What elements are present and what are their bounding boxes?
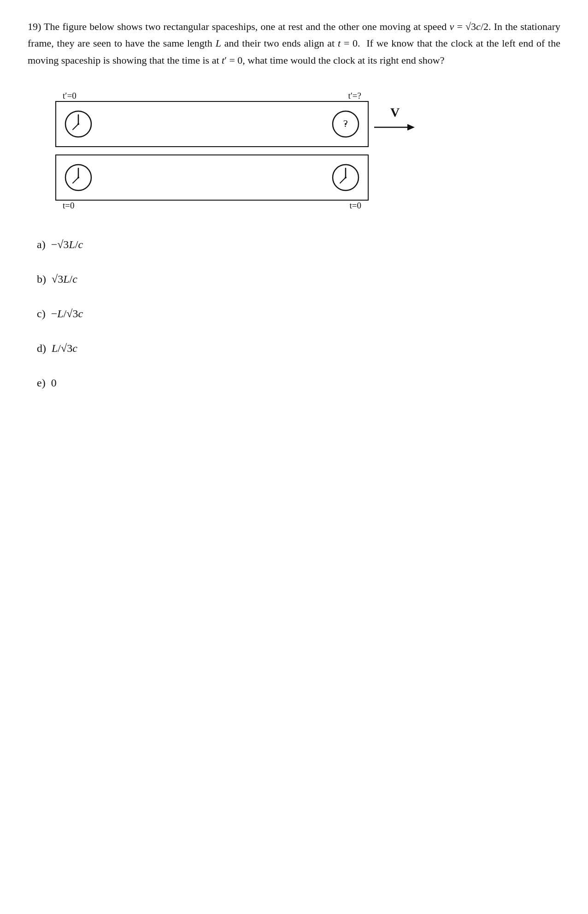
svg-point-6	[345, 123, 347, 125]
answer-b: b) √3L/c	[37, 273, 560, 285]
stationary-ship-with-labels: t=0 t=0	[55, 154, 369, 211]
velocity-label: V	[390, 105, 400, 120]
moving-spaceship-box: ?	[55, 101, 369, 147]
velocity-arrow	[374, 122, 416, 133]
stationary-left-clock	[64, 163, 93, 192]
right-clock-label-top: t′=?	[348, 91, 361, 101]
answer-a: a) −√3L/c	[37, 238, 560, 251]
svg-point-3	[77, 123, 79, 125]
answer-a-label: a)	[37, 238, 48, 250]
answer-d-label: d)	[37, 342, 49, 354]
answer-choices: a) −√3L/c b) √3L/c c) −L/√3c d) L/√3c e)…	[37, 238, 560, 389]
answer-e-label: e)	[37, 377, 48, 389]
stationary-spaceship-box	[55, 154, 369, 201]
moving-spaceship-row: t′=0 t′=? ?	[55, 91, 416, 147]
answer-e-text: 0	[51, 377, 57, 389]
answer-d-text: L/√3c	[52, 342, 77, 354]
svg-point-12	[77, 177, 79, 178]
left-clock-label-top: t′=0	[63, 91, 76, 101]
answer-a-text: −√3L/c	[51, 238, 83, 250]
moving-left-clock	[64, 109, 93, 139]
answer-d: d) L/√3c	[37, 342, 560, 355]
question-text: 19) The figure below shows two rectangul…	[28, 18, 560, 69]
stationary-right-clock	[331, 163, 360, 192]
moving-right-clock: ?	[331, 109, 360, 139]
stationary-ship-bottom-labels: t=0 t=0	[55, 201, 369, 211]
svg-point-16	[345, 177, 347, 178]
arrow-svg	[374, 122, 416, 133]
moving-ship-with-labels: t′=0 t′=? ?	[55, 91, 369, 147]
left-clock-label-bottom: t=0	[63, 201, 75, 211]
right-clock-label-bottom: t=0	[350, 201, 362, 211]
velocity-indicator: V	[374, 105, 416, 133]
moving-ship-top-labels: t′=0 t′=?	[55, 91, 369, 101]
answer-c: c) −L/√3c	[37, 308, 560, 320]
answer-c-label: c)	[37, 308, 48, 320]
answer-c-text: −L/√3c	[51, 308, 83, 320]
svg-marker-8	[407, 124, 415, 131]
answer-b-text: √3L/c	[52, 273, 77, 285]
answer-b-label: b)	[37, 273, 49, 285]
answer-e: e) 0	[37, 377, 560, 389]
diagram-container: t′=0 t′=? ?	[55, 91, 560, 211]
